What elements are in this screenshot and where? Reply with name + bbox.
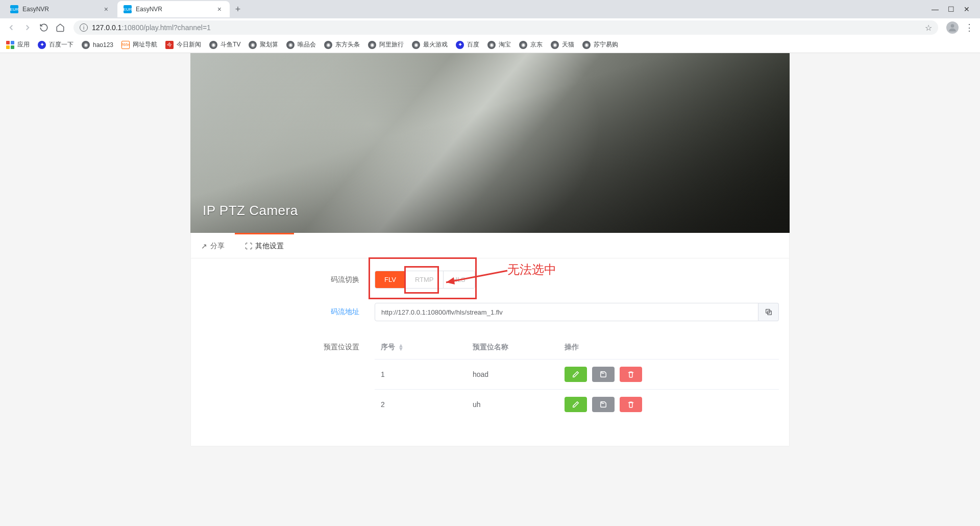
bookmark-favicon-icon: ◉ [368, 41, 376, 49]
favicon-icon: EUR [10, 5, 18, 13]
bookmark-item[interactable]: ◉阿里旅行 [368, 40, 404, 49]
bookmark-favicon-icon: 7654 [121, 41, 130, 49]
save-icon [600, 401, 607, 408]
bookmark-item[interactable]: ◉最火游戏 [412, 40, 448, 49]
bookmark-favicon-icon: ◉ [519, 41, 527, 49]
settings-panel: ↗ 分享 ⛶ 其他设置 码流切换 FLV RTMP HLS [190, 233, 790, 446]
site-info-icon[interactable]: i [80, 23, 88, 32]
bookmark-favicon-icon: ◉ [286, 41, 295, 49]
share-icon: ↗ [201, 242, 207, 250]
edit-icon [572, 401, 579, 408]
page-content: IP PTZ Camera ↗ 分享 ⛶ 其他设置 码流切换 FLV RTMP [0, 53, 980, 526]
tab-title: EasyNVR [136, 6, 215, 13]
bookmark-item[interactable]: 7654网址导航 [121, 40, 157, 49]
bookmark-favicon-icon: ◉ [209, 41, 217, 49]
favicon-icon: EUR [124, 5, 132, 13]
back-button[interactable] [6, 22, 16, 33]
trash-icon [627, 371, 634, 378]
bookmark-favicon-icon: ◉ [82, 41, 90, 49]
bookmark-item[interactable]: ◉聚划算 [249, 40, 278, 49]
reload-button[interactable] [39, 22, 49, 33]
save-button[interactable] [592, 367, 615, 382]
bookmark-favicon-icon: ◉ [551, 41, 559, 49]
stream-switch-row: 码流切换 FLV RTMP HLS 无法选中 [191, 271, 789, 289]
forward-button[interactable] [22, 22, 33, 33]
preset-label: 预置位设置 [191, 336, 375, 352]
tab-share[interactable]: ↗ 分享 [191, 233, 235, 258]
bookmark-star-icon[interactable]: ☆ [925, 23, 932, 33]
bookmark-item[interactable]: ✦百度一下 [38, 40, 74, 49]
cell-index: 1 [381, 370, 473, 378]
bookmarks-bar: 应用 ✦百度一下 ◉hao123 7654网址导航 今今日新闻 ◉斗鱼TV ◉聚… [0, 37, 980, 53]
home-button[interactable] [55, 22, 65, 33]
bookmark-item[interactable]: ◉天猫 [551, 40, 574, 49]
close-icon[interactable]: × [215, 5, 224, 13]
stream-hls-button[interactable]: HLS [444, 271, 475, 288]
col-header-index[interactable]: 序号 ▲▼ [381, 343, 473, 352]
browser-tab[interactable]: EUR EasyNVR × [4, 1, 116, 17]
video-player[interactable]: IP PTZ Camera [190, 53, 790, 233]
cell-index: 2 [381, 400, 473, 409]
close-icon[interactable]: × [102, 5, 110, 13]
stream-type-group: FLV RTMP HLS [375, 271, 475, 289]
stream-rtmp-button[interactable]: RTMP [406, 271, 444, 288]
table-row: 2 uh [375, 389, 779, 419]
bookmark-favicon-icon: ✦ [38, 41, 46, 49]
minimize-icon[interactable]: — [932, 5, 939, 13]
bookmark-item[interactable]: ◉唯品会 [286, 40, 316, 49]
browser-tab[interactable]: EUR EasyNVR × [117, 1, 230, 17]
edit-icon [572, 371, 579, 378]
tab-other-settings[interactable]: ⛶ 其他设置 [235, 233, 294, 258]
bookmark-item[interactable]: ◉淘宝 [487, 40, 511, 49]
new-tab-button[interactable]: + [231, 2, 245, 16]
save-button[interactable] [592, 397, 615, 412]
bookmark-item[interactable]: 今今日新闻 [165, 40, 201, 49]
edit-button[interactable] [565, 397, 587, 412]
edit-button[interactable] [565, 367, 587, 382]
bookmark-item[interactable]: ✦百度 [456, 40, 479, 49]
stream-url-label[interactable]: 码流地址 [191, 307, 375, 317]
bookmark-favicon-icon: ◉ [582, 41, 591, 49]
browser-chrome: EUR EasyNVR × EUR EasyNVR × + — ☐ ✕ i [0, 0, 980, 53]
stream-url-input[interactable] [375, 303, 758, 321]
col-header-name: 预置位名称 [473, 343, 565, 352]
bookmark-item[interactable]: ◉hao123 [82, 41, 113, 49]
table-header: 序号 ▲▼ 预置位名称 操作 [375, 336, 779, 359]
preset-table: 序号 ▲▼ 预置位名称 操作 1 hoad [375, 336, 779, 419]
expand-icon: ⛶ [245, 242, 252, 250]
tab-strip: EUR EasyNVR × EUR EasyNVR × + — ☐ ✕ [0, 0, 980, 18]
stream-url-row: 码流地址 [191, 303, 789, 321]
close-window-icon[interactable]: ✕ [964, 5, 970, 13]
bookmark-favicon-icon: ◉ [487, 41, 496, 49]
copy-url-button[interactable] [758, 303, 779, 321]
address-bar: i 127.0.0.1:10800/play.html?channel=1 ☆ … [0, 18, 980, 37]
apps-button[interactable]: 应用 [6, 40, 30, 49]
bookmark-item[interactable]: ◉东方头条 [324, 40, 360, 49]
trash-icon [627, 401, 634, 408]
cell-name: hoad [473, 370, 565, 378]
video-overlay-title: IP PTZ Camera [203, 203, 298, 219]
maximize-icon[interactable]: ☐ [948, 5, 954, 13]
table-row: 1 hoad [375, 359, 779, 389]
window-controls: — ☐ ✕ [932, 5, 976, 13]
tab-title: EasyNVR [22, 6, 102, 13]
delete-button[interactable] [620, 367, 642, 382]
delete-button[interactable] [620, 397, 642, 412]
bookmark-item[interactable]: ◉京东 [519, 40, 543, 49]
bookmark-favicon-icon: ✦ [456, 41, 464, 49]
bookmark-item[interactable]: ◉苏宁易购 [582, 40, 618, 49]
bookmark-favicon-icon: ◉ [324, 41, 332, 49]
apps-icon [6, 41, 14, 49]
url-input[interactable]: i 127.0.0.1:10800/play.html?channel=1 ☆ [74, 20, 938, 35]
video-container: IP PTZ Camera [190, 53, 790, 233]
browser-menu-icon[interactable]: ⋮ [965, 22, 974, 33]
bookmark-favicon-icon: 今 [165, 41, 174, 49]
form-area: 码流切换 FLV RTMP HLS 无法选中 [191, 258, 789, 446]
bookmark-favicon-icon: ◉ [412, 41, 420, 49]
bookmark-item[interactable]: ◉斗鱼TV [209, 40, 240, 49]
url-text: 127.0.0.1:10800/play.html?channel=1 [92, 23, 211, 32]
bookmark-favicon-icon: ◉ [249, 41, 257, 49]
stream-switch-label: 码流切换 [191, 275, 375, 284]
stream-flv-button[interactable]: FLV [375, 271, 406, 288]
profile-avatar-icon[interactable] [946, 21, 959, 34]
